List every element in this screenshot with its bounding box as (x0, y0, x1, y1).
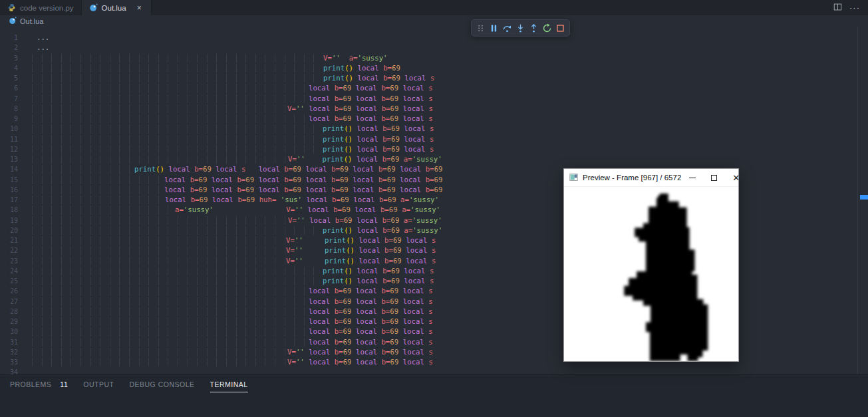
tab-debug-console[interactable]: DEBUG CONSOLE (129, 375, 194, 393)
line-number: 11 (0, 134, 18, 144)
indent-guides (32, 94, 309, 103)
preview-window-controls: ✕ (681, 169, 747, 186)
tab-code-version-py[interactable]: code version.py (0, 0, 82, 15)
vscode-window: code version.py Out.lua × ··· Out.lua (0, 0, 868, 417)
code-line-12: 12print() local b=69 local s (0, 144, 857, 154)
code-line-13: 13V='' print() local b=69 a='sussy' (0, 154, 857, 164)
more-actions-icon[interactable]: ··· (849, 3, 860, 12)
code-line-8: 8V='' local b=69 local b=69 local s (0, 104, 857, 114)
pause-icon[interactable] (488, 21, 500, 35)
line-number: 14 (0, 164, 18, 174)
line-number: 32 (0, 347, 18, 357)
line-number: 24 (0, 266, 18, 276)
indent-guides (32, 277, 323, 285)
line-number: 1 (0, 33, 18, 43)
line-number: 16 (0, 185, 18, 195)
line-number: 15 (0, 175, 18, 185)
code-text: local b=69 local b=69 local b=69 local b… (164, 185, 442, 195)
code-text: V='' print() local b=69 local s (286, 245, 436, 255)
code-text: print() local b=69 (323, 63, 400, 73)
code-text: print() local b=69 local s (323, 266, 434, 276)
indent-guides (32, 114, 309, 123)
tab-output[interactable]: OUTPUT (83, 375, 114, 393)
code-text: print() local b=69 a='sussy' (323, 225, 442, 235)
line-number: 8 (0, 104, 18, 114)
minimize-button[interactable] (681, 169, 703, 186)
stop-icon[interactable] (554, 21, 567, 35)
code-text: local b=69 local b=69 local s (309, 94, 433, 104)
line-number: 33 (0, 357, 18, 367)
line-number: 22 (0, 245, 18, 255)
indent-guides (32, 216, 288, 225)
code-line-7: 7local b=69 local b=69 local s (0, 94, 857, 104)
indent-guides (32, 186, 164, 194)
breadcrumb[interactable]: Out.lua (0, 15, 868, 27)
line-number: 7 (0, 94, 18, 104)
tab-label: Out.lua (102, 4, 126, 12)
panel-tab-bar: PROBLEMS 11 OUTPUT DEBUG CONSOLE TERMINA… (0, 375, 868, 393)
tab-terminal[interactable]: TERMINAL (210, 375, 248, 393)
toolbar-gripper[interactable] (474, 21, 487, 35)
debug-toolbar (471, 19, 570, 37)
code-text: print() local b=69 local s (323, 134, 434, 144)
maximize-button[interactable] (703, 169, 725, 186)
indent-guides (32, 145, 323, 154)
preview-titlebar[interactable]: Preview - Frame [967] / 6572 ✕ (564, 169, 738, 187)
preview-window: Preview - Frame [967] / 6572 ✕ (563, 168, 739, 362)
code-line-9: 9local b=69 local b=69 local s (0, 114, 857, 124)
breadcrumb-file: Out.lua (20, 17, 43, 25)
indent-guides (32, 165, 134, 174)
restart-icon[interactable] (541, 21, 553, 35)
line-number: 19 (0, 215, 18, 225)
code-text: local b=69 local b=69 local s (309, 317, 433, 327)
line-number: 9 (0, 114, 18, 124)
code-text: local b=69 local b=69 local b=69 local b… (164, 175, 442, 185)
close-button[interactable]: ✕ (725, 169, 747, 186)
tab-out-lua[interactable]: Out.lua × (82, 0, 152, 15)
code-text: local b=69 local b=69 local s (309, 114, 433, 124)
line-number: 17 (0, 195, 18, 205)
code-text: print() local b=69 local s (323, 124, 434, 134)
code-line-11: 11print() local b=69 local s (0, 134, 857, 144)
code-text: local b=69 local b=69 local s (309, 83, 433, 93)
line-number: 6 (0, 83, 18, 93)
line-number: 28 (0, 307, 18, 317)
indent-guides (32, 176, 164, 184)
line-number: 5 (0, 73, 18, 83)
close-icon[interactable]: × (135, 3, 144, 13)
line-number: 12 (0, 144, 18, 154)
line-number: 27 (0, 297, 18, 307)
code-text: local b=69 local b=69 local s (309, 297, 433, 307)
line-number: 13 (0, 154, 18, 164)
tab-label: code version.py (20, 4, 74, 12)
indent-guides (32, 358, 287, 366)
indent-guides (32, 226, 323, 235)
split-editor-icon[interactable] (833, 2, 842, 14)
step-over-icon[interactable] (501, 21, 513, 35)
code-text: V='' print() local b=69 local s (286, 235, 436, 245)
code-text: print() local b=69 local s local b=69 lo… (134, 164, 443, 174)
indent-guides (32, 155, 288, 164)
code-line-1: 1... (0, 33, 857, 43)
code-line-5: 5print() local b=69 local s (0, 73, 857, 83)
step-into-icon[interactable] (514, 21, 527, 35)
step-out-icon[interactable] (527, 21, 540, 35)
code-text: print() local b=69 local s (323, 144, 434, 154)
overview-ruler[interactable] (857, 27, 868, 374)
tab-problems[interactable]: PROBLEMS 11 (10, 375, 68, 393)
indent-guides (32, 267, 323, 275)
code-line-4: 4print() local b=69 (0, 63, 857, 73)
line-number: 4 (0, 63, 18, 73)
indent-guides (32, 124, 323, 133)
line-number: 31 (0, 337, 18, 347)
line-number: 20 (0, 225, 18, 235)
line-number: 10 (0, 124, 18, 134)
line-number: 29 (0, 317, 18, 327)
indent-guides (32, 54, 323, 63)
preview-frame-image (564, 187, 738, 361)
code-text: print() local b=69 local s (323, 276, 434, 286)
indent-guides (32, 74, 323, 82)
code-line-34: 34 (0, 367, 857, 374)
indent-guides (32, 307, 309, 316)
lua-icon (89, 3, 98, 12)
